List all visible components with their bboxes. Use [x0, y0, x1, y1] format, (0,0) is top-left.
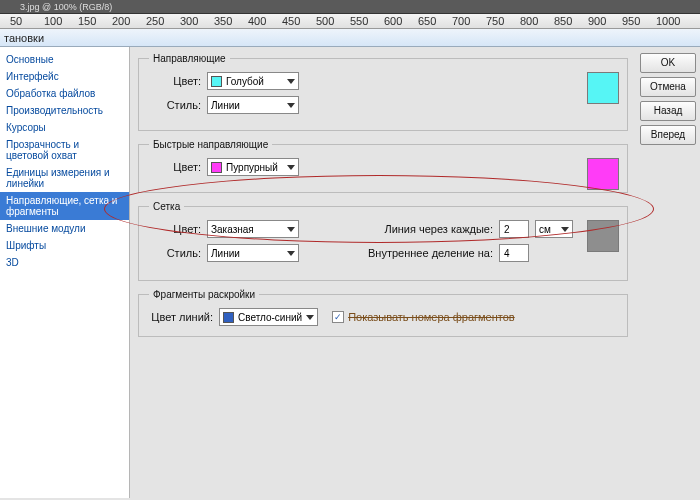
ruler-mark: 150 [78, 15, 96, 27]
swatch-icon [211, 76, 222, 87]
forward-button[interactable]: Вперед [640, 125, 696, 145]
sidebar-item[interactable]: Шрифты [0, 237, 129, 254]
smart-guides-group: Быстрые направляющие Цвет: Пурпурный [138, 139, 628, 193]
preferences-panel: Направляющие Цвет: Голубой Стиль: Линии [130, 47, 636, 498]
sidebar-item[interactable]: Основные [0, 51, 129, 68]
ruler-mark: 100 [44, 15, 62, 27]
select-value: см [539, 224, 557, 235]
ruler-mark: 1000 [656, 15, 680, 27]
grid-group: Сетка Цвет: Заказная Линия через каждые:… [138, 201, 628, 281]
grid-legend: Сетка [149, 201, 184, 212]
select-value: Линии [211, 100, 283, 111]
cancel-button[interactable]: Отмена [640, 77, 696, 97]
grid-unit-select[interactable]: см [535, 220, 573, 238]
ruler-mark: 450 [282, 15, 300, 27]
chevron-down-icon [287, 227, 295, 232]
back-button[interactable]: Назад [640, 101, 696, 121]
grid-style-select[interactable]: Линии [207, 244, 299, 262]
guides-style-label: Стиль: [149, 99, 201, 111]
guides-color-select[interactable]: Голубой [207, 72, 299, 90]
ruler-mark: 800 [520, 15, 538, 27]
sidebar-item[interactable]: Производительность [0, 102, 129, 119]
slices-line-color-label: Цвет линий: [149, 311, 213, 323]
sidebar-item[interactable]: Прозрачность и цветовой охват [0, 136, 129, 164]
guides-color-label: Цвет: [149, 75, 201, 87]
select-value: Линии [211, 248, 283, 259]
chevron-down-icon [561, 227, 569, 232]
ruler-mark: 50 [10, 15, 22, 27]
chevron-down-icon [287, 79, 295, 84]
ruler-mark: 250 [146, 15, 164, 27]
dialog-title: тановки [4, 32, 44, 44]
smart-guides-color-select[interactable]: Пурпурный [207, 158, 299, 176]
chevron-down-icon [287, 165, 295, 170]
smart-guides-color-swatch[interactable] [587, 158, 619, 190]
grid-line-every-label: Линия через каждые: [384, 223, 493, 235]
checkbox-icon: ✓ [332, 311, 344, 323]
select-value: Заказная [211, 224, 283, 235]
dialog-buttons: OK Отмена Назад Вперед [636, 47, 700, 498]
sidebar-item[interactable]: Интерфейс [0, 68, 129, 85]
select-value: Голубой [226, 76, 283, 87]
select-value: Пурпурный [226, 162, 283, 173]
ruler-mark: 700 [452, 15, 470, 27]
checkbox-label: Показывать номера фрагментов [348, 311, 515, 323]
guides-style-select[interactable]: Линии [207, 96, 299, 114]
grid-style-label: Стиль: [149, 247, 201, 259]
preferences-sidebar: ОсновныеИнтерфейсОбработка файловПроизво… [0, 47, 130, 498]
smart-guides-legend: Быстрые направляющие [149, 139, 272, 150]
ruler-mark: 550 [350, 15, 368, 27]
ruler-mark: 300 [180, 15, 198, 27]
grid-subdiv-input[interactable]: 4 [499, 244, 529, 262]
chevron-down-icon [287, 103, 295, 108]
guides-legend: Направляющие [149, 53, 230, 64]
sidebar-item[interactable]: Направляющие, сетка и фрагменты [0, 192, 129, 220]
chevron-down-icon [306, 315, 314, 320]
grid-subdiv-label: Внутреннее деление на: [368, 247, 493, 259]
guides-color-swatch[interactable] [587, 72, 619, 104]
ok-button[interactable]: OK [640, 53, 696, 73]
grid-color-label: Цвет: [149, 223, 201, 235]
grid-line-every-input[interactable]: 2 [499, 220, 529, 238]
slices-legend: Фрагменты раскройки [149, 289, 259, 300]
sidebar-item[interactable]: Обработка файлов [0, 85, 129, 102]
show-slice-numbers-checkbox[interactable]: ✓ Показывать номера фрагментов [332, 311, 515, 323]
select-value: Светло-синий [238, 312, 302, 323]
ruler-mark: 900 [588, 15, 606, 27]
ruler-mark: 650 [418, 15, 436, 27]
ruler-mark: 400 [248, 15, 266, 27]
grid-color-select[interactable]: Заказная [207, 220, 299, 238]
ruler-mark: 600 [384, 15, 402, 27]
ruler-mark: 200 [112, 15, 130, 27]
sidebar-item[interactable]: Курсоры [0, 119, 129, 136]
slices-line-color-select[interactable]: Светло-синий [219, 308, 318, 326]
ruler-mark: 950 [622, 15, 640, 27]
grid-color-swatch[interactable] [587, 220, 619, 252]
smart-guides-color-label: Цвет: [149, 161, 201, 173]
chevron-down-icon [287, 251, 295, 256]
ruler-mark: 500 [316, 15, 334, 27]
swatch-icon [223, 312, 234, 323]
slices-group: Фрагменты раскройки Цвет линий: Светло-с… [138, 289, 628, 337]
dialog-title-bar: тановки [0, 29, 700, 47]
ruler-mark: 750 [486, 15, 504, 27]
document-tab[interactable]: 3.jpg @ 100% (RGB/8) [20, 2, 112, 12]
sidebar-item[interactable]: 3D [0, 254, 129, 271]
ruler-mark: 350 [214, 15, 232, 27]
ruler-mark: 850 [554, 15, 572, 27]
sidebar-item[interactable]: Единицы измерения и линейки [0, 164, 129, 192]
sidebar-item[interactable]: Внешние модули [0, 220, 129, 237]
swatch-icon [211, 162, 222, 173]
horizontal-ruler: 5010015020025030035040045050055060065070… [0, 14, 700, 29]
app-topbar: 3.jpg @ 100% (RGB/8) [0, 0, 700, 14]
guides-group: Направляющие Цвет: Голубой Стиль: Линии [138, 53, 628, 131]
